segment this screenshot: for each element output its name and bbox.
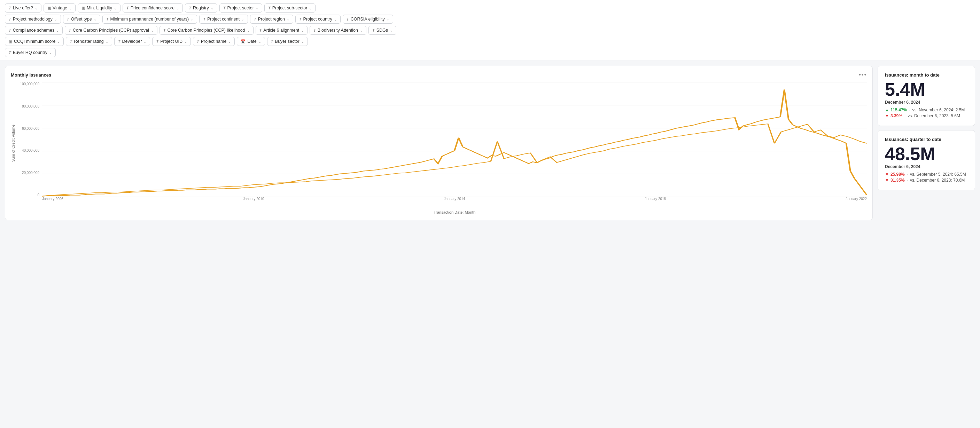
down-arrow-icon-3: ▼ bbox=[885, 178, 889, 183]
y-axis-label: 20,000,000 bbox=[22, 171, 39, 175]
filter-chip-row2-0[interactable]: TProject methodology⌄ bbox=[5, 14, 61, 24]
filter-chip-row1-1[interactable]: ▣Vintage⌄ bbox=[43, 3, 76, 13]
filter-chip-row4-0[interactable]: ▣CCQI minimum score⌄ bbox=[5, 37, 64, 46]
filter-chip-label: Core Carbon Principles (CCP) approval bbox=[73, 28, 149, 33]
filter-chip-label: Article 6 alignment bbox=[263, 28, 299, 33]
chevron-down-icon: ⌄ bbox=[176, 6, 179, 10]
chart-container: Monthly issuances ••• Sum of Credit Volu… bbox=[5, 66, 873, 220]
filter-type-icon: 📅 bbox=[241, 39, 245, 44]
chevron-down-icon: ⌄ bbox=[301, 40, 304, 43]
filter-chip-row3-5[interactable]: TSDGs⌄ bbox=[369, 26, 396, 35]
chevron-down-icon: ⌄ bbox=[105, 40, 108, 43]
filter-chip-row5-0[interactable]: TBuyer HQ country⌄ bbox=[5, 48, 56, 57]
chevron-down-icon: ⌄ bbox=[211, 6, 213, 10]
filter-chip-row3-2[interactable]: TCore Carbon Principles (CCP) likelihood… bbox=[159, 26, 253, 35]
filter-chip-row1-3[interactable]: TPrice confidence score⌄ bbox=[123, 3, 183, 13]
y-axis-label: 0 bbox=[37, 193, 39, 197]
right-panels: Issuances: month to date 5.4M December 6… bbox=[878, 66, 975, 220]
filter-chip-row1-0[interactable]: TLive offer?⌄ bbox=[5, 3, 41, 13]
chevron-down-icon: ⌄ bbox=[301, 29, 304, 32]
filter-chip-row4-4[interactable]: TProject name⌄ bbox=[193, 37, 235, 46]
filter-chip-row4-2[interactable]: TDeveloper⌄ bbox=[114, 37, 150, 46]
x-axis-label: January 2018 bbox=[645, 197, 666, 201]
filter-chip-label: Biodiversity Attention bbox=[318, 28, 358, 33]
filter-chip-label: Live offer? bbox=[13, 6, 33, 10]
down-arrow-icon-2: ▼ bbox=[885, 172, 889, 177]
filter-type-icon: T bbox=[299, 17, 302, 21]
stat-quarter-down1-label: vs. September 5, 2024: 65.5M bbox=[910, 172, 966, 177]
filter-chip-row2-3[interactable]: TProject continent⌄ bbox=[199, 14, 248, 24]
filter-type-icon: ▣ bbox=[9, 39, 12, 44]
filter-chip-row4-3[interactable]: TProject UID⌄ bbox=[152, 37, 191, 46]
filter-chip-row1-6[interactable]: TProject sub-sector⌄ bbox=[264, 3, 315, 13]
stat-month-down-pct: 3.39% bbox=[891, 113, 902, 118]
chevron-down-icon: ⌄ bbox=[258, 40, 261, 43]
filter-chip-row3-0[interactable]: TCompliance schemes⌄ bbox=[5, 26, 63, 35]
chevron-down-icon: ⌄ bbox=[49, 51, 52, 55]
stat-quarter-down1-row: ▼ 25.98% · vs. September 5, 2024: 65.5M bbox=[885, 172, 968, 177]
filter-chip-label: Project sub-sector bbox=[272, 6, 307, 10]
chevron-down-icon: ⌄ bbox=[143, 40, 146, 43]
filter-chip-label: Date bbox=[247, 39, 256, 44]
filter-chip-row1-2[interactable]: ▣Min. Liquidity⌄ bbox=[78, 3, 121, 13]
filter-row-3: TCompliance schemes⌄TCore Carbon Princip… bbox=[5, 26, 975, 35]
chevron-down-icon: ⌄ bbox=[247, 29, 250, 32]
filter-chip-row2-2[interactable]: TMinimum permanence (number of years)⌄ bbox=[102, 14, 197, 24]
filter-type-icon: T bbox=[313, 28, 316, 32]
filter-chip-row1-5[interactable]: TProject sector⌄ bbox=[220, 3, 262, 13]
stat-quarter-down2-pct: 31.35% bbox=[891, 178, 905, 183]
filter-type-icon: T bbox=[70, 39, 72, 43]
filter-type-icon: T bbox=[259, 28, 262, 32]
chart-menu-button[interactable]: ••• bbox=[859, 72, 867, 78]
filter-chip-row4-6[interactable]: TBuyer sector⌄ bbox=[267, 37, 308, 46]
filter-chip-row2-5[interactable]: TProject country⌄ bbox=[295, 14, 340, 24]
filter-chip-row2-6[interactable]: TCORSIA eligibility⌄ bbox=[343, 14, 393, 24]
stat-card-month: Issuances: month to date 5.4M December 6… bbox=[878, 66, 975, 126]
x-axis-label: January 2014 bbox=[444, 197, 465, 201]
filter-chip-row3-1[interactable]: TCore Carbon Principles (CCP) approval⌄ bbox=[65, 26, 158, 35]
filter-chip-row2-4[interactable]: TProject region⌄ bbox=[250, 14, 293, 24]
filter-type-icon: T bbox=[9, 51, 11, 55]
filter-chip-row1-4[interactable]: TRegistry⌄ bbox=[185, 3, 217, 13]
chevron-down-icon: ⌄ bbox=[69, 6, 72, 10]
filter-chip-label: CCQI minimum score bbox=[14, 39, 56, 44]
chevron-down-icon: ⌄ bbox=[241, 17, 244, 21]
chevron-down-icon: ⌄ bbox=[184, 40, 187, 43]
filter-type-icon: T bbox=[163, 28, 166, 32]
down-arrow-icon: ▼ bbox=[885, 113, 889, 118]
filter-chip-row3-4[interactable]: TBiodiversity Attention⌄ bbox=[310, 26, 366, 35]
y-axis-label: 80,000,000 bbox=[22, 105, 39, 108]
filter-type-icon: T bbox=[9, 17, 11, 21]
filter-chip-label: CORSIA eligibility bbox=[351, 17, 385, 22]
filter-chip-label: Min. Liquidity bbox=[87, 6, 112, 10]
filter-chip-row2-1[interactable]: TOffset type⌄ bbox=[63, 14, 100, 24]
filter-chip-row3-3[interactable]: TArticle 6 alignment⌄ bbox=[256, 26, 308, 35]
filter-chip-label: Core Carbon Principles (CCP) likelihood bbox=[167, 28, 245, 33]
filter-chip-label: Project sector bbox=[228, 6, 254, 10]
stat-month-title: Issuances: month to date bbox=[885, 72, 968, 78]
chart-wrapper: Sum of Credit Volume 100,000,00080,000,0… bbox=[11, 82, 867, 214]
filter-type-icon: T bbox=[372, 28, 375, 32]
filter-chip-row4-1[interactable]: TRenoster rating⌄ bbox=[66, 37, 112, 46]
chart-plot bbox=[42, 82, 867, 197]
filter-chip-label: Offset type bbox=[71, 17, 92, 22]
filter-chip-label: Project continent bbox=[207, 17, 240, 22]
filter-chip-label: Developer bbox=[122, 39, 142, 44]
filter-row-5: TBuyer HQ country⌄ bbox=[5, 48, 975, 57]
chart-header: Monthly issuances ••• bbox=[11, 72, 867, 78]
filter-type-icon: ▣ bbox=[47, 6, 51, 10]
filter-chip-label: Buyer HQ country bbox=[13, 50, 47, 55]
y-axis-label: 100,000,000 bbox=[20, 82, 39, 86]
stat-month-up-pct: 115.47% bbox=[891, 108, 907, 113]
filter-type-icon: T bbox=[223, 6, 226, 10]
filter-type-icon: T bbox=[118, 39, 121, 43]
filter-chip-label: Project region bbox=[258, 17, 285, 22]
chart-title: Monthly issuances bbox=[11, 72, 51, 78]
filter-chip-row4-5[interactable]: 📅Date⌄ bbox=[237, 37, 265, 46]
chevron-down-icon: ⌄ bbox=[114, 6, 117, 10]
filter-chip-label: Project UID bbox=[160, 39, 183, 44]
x-axis-title: Transaction Date: Month bbox=[42, 210, 867, 214]
chevron-down-icon: ⌄ bbox=[387, 17, 389, 21]
x-axis-label: January 2022 bbox=[846, 197, 867, 201]
filter-type-icon: T bbox=[268, 6, 270, 10]
